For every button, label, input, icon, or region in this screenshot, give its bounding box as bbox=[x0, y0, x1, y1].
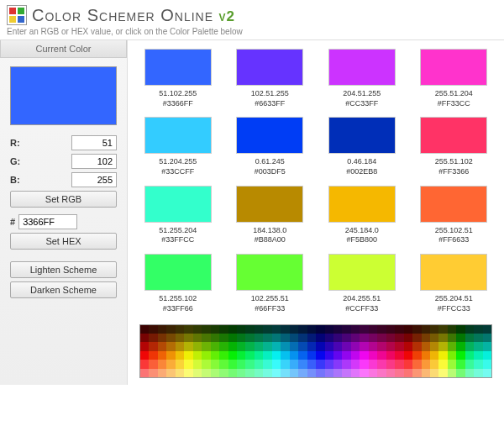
palette-cell[interactable] bbox=[281, 369, 289, 377]
palette-cell[interactable] bbox=[211, 369, 219, 377]
palette-cell[interactable] bbox=[369, 342, 377, 350]
palette-cell[interactable] bbox=[211, 342, 219, 350]
palette-cell[interactable] bbox=[448, 360, 456, 368]
palette-cell[interactable] bbox=[333, 369, 342, 377]
palette-cell[interactable] bbox=[307, 334, 316, 342]
palette-cell[interactable] bbox=[483, 351, 491, 360]
palette-cell[interactable] bbox=[158, 334, 166, 342]
palette-cell[interactable] bbox=[377, 360, 386, 368]
palette-cell[interactable] bbox=[290, 325, 298, 334]
palette-cell[interactable] bbox=[237, 342, 245, 350]
palette-cell[interactable] bbox=[184, 342, 192, 350]
palette-cell[interactable] bbox=[193, 360, 202, 368]
palette-cell[interactable] bbox=[228, 369, 237, 377]
palette-cell[interactable] bbox=[298, 369, 307, 377]
palette-cell[interactable] bbox=[386, 342, 395, 350]
color-palette[interactable] bbox=[139, 324, 492, 379]
palette-cell[interactable] bbox=[245, 351, 254, 360]
palette-cell[interactable] bbox=[483, 369, 491, 377]
palette-cell[interactable] bbox=[193, 334, 202, 342]
palette-cell[interactable] bbox=[202, 369, 210, 377]
palette-cell[interactable] bbox=[149, 360, 157, 368]
palette-cell[interactable] bbox=[184, 334, 192, 342]
palette-cell[interactable] bbox=[404, 342, 412, 350]
palette-cell[interactable] bbox=[245, 334, 254, 342]
palette-cell[interactable] bbox=[237, 360, 245, 368]
palette-cell[interactable] bbox=[360, 369, 368, 377]
palette-cell[interactable] bbox=[140, 351, 149, 360]
palette-cell[interactable] bbox=[412, 342, 421, 350]
palette-cell[interactable] bbox=[176, 351, 184, 360]
palette-cell[interactable] bbox=[360, 360, 368, 368]
palette-cell[interactable] bbox=[430, 334, 438, 342]
palette-cell[interactable] bbox=[342, 325, 350, 334]
palette-cell[interactable] bbox=[325, 325, 333, 334]
color-swatch[interactable] bbox=[236, 49, 303, 86]
color-swatch[interactable] bbox=[328, 49, 396, 86]
palette-cell[interactable] bbox=[255, 360, 263, 368]
palette-cell[interactable] bbox=[456, 360, 465, 368]
color-swatch[interactable] bbox=[420, 254, 487, 291]
palette-cell[interactable] bbox=[237, 351, 245, 360]
palette-cell[interactable] bbox=[298, 351, 307, 360]
palette-cell[interactable] bbox=[184, 360, 192, 368]
palette-cell[interactable] bbox=[149, 325, 157, 334]
palette-cell[interactable] bbox=[140, 334, 149, 342]
palette-cell[interactable] bbox=[263, 351, 271, 360]
color-swatch[interactable] bbox=[328, 117, 396, 154]
palette-cell[interactable] bbox=[438, 369, 447, 377]
palette-cell[interactable] bbox=[281, 360, 289, 368]
palette-cell[interactable] bbox=[298, 360, 307, 368]
color-swatch[interactable] bbox=[420, 117, 487, 154]
color-swatch[interactable] bbox=[328, 254, 396, 291]
palette-cell[interactable] bbox=[325, 342, 333, 350]
palette-cell[interactable] bbox=[333, 325, 342, 334]
palette-cell[interactable] bbox=[211, 325, 219, 334]
palette-cell[interactable] bbox=[325, 360, 333, 368]
color-swatch[interactable] bbox=[328, 186, 396, 223]
palette-cell[interactable] bbox=[158, 325, 166, 334]
palette-cell[interactable] bbox=[290, 369, 298, 377]
palette-cell[interactable] bbox=[219, 351, 228, 360]
palette-cell[interactable] bbox=[456, 369, 465, 377]
palette-cell[interactable] bbox=[351, 369, 360, 377]
palette-cell[interactable] bbox=[211, 334, 219, 342]
palette-cell[interactable] bbox=[395, 360, 403, 368]
palette-cell[interactable] bbox=[193, 342, 202, 350]
palette-cell[interactable] bbox=[395, 369, 403, 377]
palette-cell[interactable] bbox=[404, 369, 412, 377]
color-swatch[interactable] bbox=[236, 186, 303, 223]
palette-cell[interactable] bbox=[404, 325, 412, 334]
palette-cell[interactable] bbox=[316, 334, 324, 342]
palette-cell[interactable] bbox=[149, 334, 157, 342]
palette-cell[interactable] bbox=[219, 334, 228, 342]
palette-cell[interactable] bbox=[176, 325, 184, 334]
palette-cell[interactable] bbox=[465, 334, 474, 342]
palette-cell[interactable] bbox=[176, 369, 184, 377]
palette-cell[interactable] bbox=[219, 325, 228, 334]
palette-cell[interactable] bbox=[422, 334, 430, 342]
palette-cell[interactable] bbox=[166, 369, 175, 377]
palette-cell[interactable] bbox=[245, 342, 254, 350]
palette-cell[interactable] bbox=[211, 360, 219, 368]
palette-cell[interactable] bbox=[386, 369, 395, 377]
palette-cell[interactable] bbox=[307, 369, 316, 377]
palette-cell[interactable] bbox=[351, 351, 360, 360]
palette-cell[interactable] bbox=[263, 334, 271, 342]
palette-cell[interactable] bbox=[333, 360, 342, 368]
color-swatch[interactable] bbox=[144, 186, 212, 223]
palette-cell[interactable] bbox=[228, 360, 237, 368]
palette-cell[interactable] bbox=[412, 369, 421, 377]
palette-cell[interactable] bbox=[272, 334, 281, 342]
palette-cell[interactable] bbox=[184, 325, 192, 334]
palette-cell[interactable] bbox=[377, 351, 386, 360]
palette-cell[interactable] bbox=[483, 342, 491, 350]
palette-cell[interactable] bbox=[395, 342, 403, 350]
palette-cell[interactable] bbox=[465, 369, 474, 377]
palette-cell[interactable] bbox=[369, 334, 377, 342]
palette-cell[interactable] bbox=[237, 334, 245, 342]
palette-cell[interactable] bbox=[237, 369, 245, 377]
palette-cell[interactable] bbox=[166, 342, 175, 350]
palette-cell[interactable] bbox=[193, 369, 202, 377]
palette-cell[interactable] bbox=[412, 334, 421, 342]
